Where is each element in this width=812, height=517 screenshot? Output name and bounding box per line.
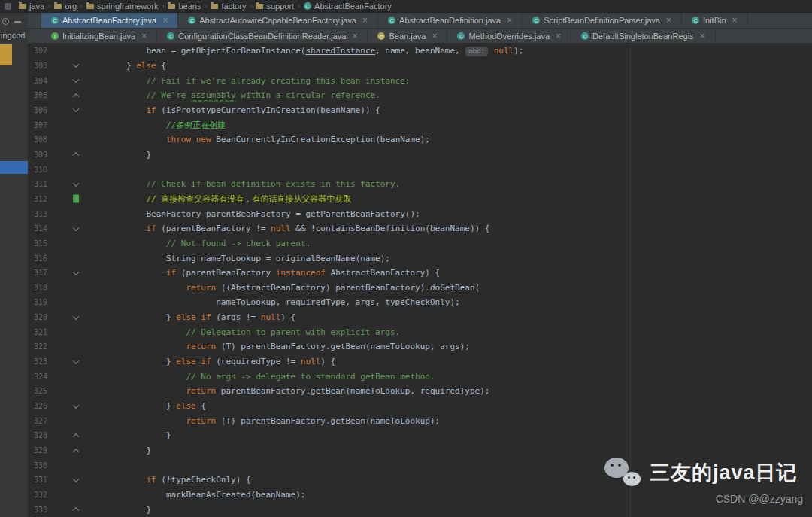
editor-tab[interactable]: IInitializingBean.java×: [41, 29, 157, 43]
close-icon[interactable]: ×: [362, 16, 368, 25]
code-line[interactable]: 326 } else {: [28, 399, 812, 414]
code-line[interactable]: 302 bean = getObjectForBeanInstance(shar…: [28, 44, 812, 59]
gutter: [47, 59, 86, 74]
code-line[interactable]: 310: [28, 162, 812, 177]
code-line[interactable]: 320 } else if (args != null) {: [28, 310, 812, 325]
code-line[interactable]: 314 if (parentBeanFactory != null && !co…: [28, 221, 812, 236]
code-line[interactable]: 307 //多例正在创建: [28, 117, 812, 132]
code-line[interactable]: 324 // No args -> delegate to standard g…: [28, 369, 812, 384]
breadcrumb-separator: ›: [162, 2, 164, 10]
editor-tab[interactable]: CScriptBeanDefinitionParser.java×: [523, 13, 682, 28]
fold-down-icon[interactable]: [73, 77, 79, 83]
code-line[interactable]: 303 } else {: [28, 59, 812, 74]
fold-down-icon[interactable]: [73, 62, 79, 68]
right-margin-guide: [630, 44, 631, 517]
breadcrumb-item[interactable]: java: [17, 2, 46, 11]
code-line[interactable]: 319 nameToLookup, requiredType, args, ty…: [28, 295, 812, 310]
close-icon[interactable]: ×: [732, 16, 738, 25]
code-line[interactable]: 322 return (T) parentBeanFactory.getBean…: [28, 339, 812, 354]
code-line[interactable]: 315 // Not found -> check parent.: [28, 236, 812, 251]
fold-down-icon[interactable]: [73, 402, 79, 408]
fold-down-icon[interactable]: [73, 313, 79, 319]
code-line[interactable]: 306 if (isPrototypeCurrentlyInCreation(b…: [28, 103, 812, 118]
code-text: bean = getObjectForBeanInstance(sharedIn…: [86, 46, 523, 56]
code-line[interactable]: 311 // Check if bean definition exists i…: [28, 177, 812, 192]
editor-tab[interactable]: CInitBin×: [682, 13, 748, 28]
code-line[interactable]: 317 if (parentBeanFactory instanceof Abs…: [28, 266, 812, 281]
line-number: 308: [28, 135, 47, 144]
code-line[interactable]: 328 }: [28, 428, 812, 443]
close-icon[interactable]: ×: [352, 32, 357, 41]
breadcrumb-separator: ›: [80, 2, 83, 10]
editor-tab[interactable]: CAbstractBeanDefinition.java×: [378, 13, 523, 28]
fold-up-icon[interactable]: [73, 152, 79, 158]
breadcrumb-item[interactable]: factory: [209, 2, 247, 11]
file-type-icon: C: [532, 17, 540, 24]
breadcrumb-item[interactable]: CAbstractBeanFactory: [302, 2, 393, 11]
gear-icon[interactable]: [2, 18, 9, 25]
breadcrumb-item[interactable]: beans: [166, 2, 202, 11]
fold-up-icon[interactable]: [73, 449, 79, 455]
gutter: [47, 413, 86, 428]
breadcrumb-separator: ›: [205, 2, 207, 10]
editor-tab[interactable]: CMethodOverrides.java×: [447, 29, 571, 43]
code-line[interactable]: 316 String nameToLookup = originalBeanNa…: [28, 251, 812, 266]
fold-down-icon[interactable]: [73, 106, 79, 112]
code-text: nameToLookup, requiredType, args, typeCh…: [86, 297, 460, 307]
code-area[interactable]: 302 bean = getObjectForBeanInstance(shar…: [28, 44, 812, 517]
fold-down-icon[interactable]: [73, 269, 79, 275]
file-type-icon: C: [581, 32, 589, 40]
breadcrumb-label: AbstractBeanFactory: [314, 2, 392, 11]
fold-up-icon[interactable]: [73, 507, 79, 513]
close-icon[interactable]: ×: [162, 16, 168, 25]
tab-label: ScriptBeanDefinitionParser.java: [544, 16, 660, 25]
fold-up-icon[interactable]: [73, 433, 79, 439]
code-line[interactable]: 318 return ((AbstractBeanFactory) parent…: [28, 281, 812, 296]
code-line[interactable]: 309 }: [28, 147, 812, 163]
project-tree-item[interactable]: ingcod: [0, 31, 28, 40]
code-line[interactable]: 327 return (T) parentBeanFactory.getBean…: [28, 413, 812, 428]
close-icon[interactable]: ×: [507, 16, 512, 25]
project-selected-item[interactable]: [0, 161, 28, 174]
code-text: return parentBeanFactory.getBean(nameToL…: [86, 386, 489, 396]
code-line[interactable]: 321 // Delegation to parent with explici…: [28, 324, 812, 339]
breadcrumb-item[interactable]: springframework: [85, 2, 159, 11]
window-icon: [5, 3, 11, 10]
fold-down-icon[interactable]: [73, 224, 79, 230]
close-icon[interactable]: ×: [700, 32, 705, 41]
gutter: [47, 117, 86, 132]
gutter: [47, 162, 86, 177]
editor-tab[interactable]: @Bean.java×: [368, 29, 447, 43]
breadcrumb-item[interactable]: support: [254, 2, 295, 11]
fold-up-icon[interactable]: [73, 93, 79, 99]
editor-tab[interactable]: CDefaultSingletonBeanRegis×: [571, 29, 716, 43]
code-line[interactable]: 312 // 直接检查父容器有没有，有的话直接从父容器中获取: [28, 192, 812, 207]
code-line[interactable]: 304 // Fail if we're already creating th…: [28, 73, 812, 88]
fold-down-icon[interactable]: [73, 476, 79, 482]
line-number: 319: [28, 298, 47, 306]
editor-tab[interactable]: CConfigurationClassBeanDefinitionReader.…: [157, 29, 368, 43]
code-text: throw new BeanCurrentlyInCreationExcepti…: [86, 135, 430, 144]
bookmark-icon[interactable]: [73, 195, 79, 203]
watermark-subtitle: CSDN @@zzyang: [604, 493, 806, 505]
code-line[interactable]: 325 return parentBeanFactory.getBean(nam…: [28, 384, 812, 399]
code-line[interactable]: 305 // We're assumably within a circular…: [28, 88, 812, 103]
editor-tab[interactable]: CAbstractAutowireCapableBeanFactory.java…: [178, 13, 378, 28]
editor-tab[interactable]: CAbstractBeanFactory.java×: [41, 13, 178, 28]
code-line[interactable]: 323 } else if (requiredType != null) {: [28, 354, 812, 370]
close-icon[interactable]: ×: [666, 16, 671, 25]
close-icon[interactable]: ×: [141, 32, 147, 41]
close-icon[interactable]: ×: [556, 32, 561, 41]
fold-down-icon[interactable]: [73, 357, 79, 363]
fold-down-icon[interactable]: [73, 180, 79, 186]
gutter: [47, 266, 86, 281]
code-line[interactable]: 308 throw new BeanCurrentlyInCreationExc…: [28, 132, 812, 147]
line-number: 318: [28, 284, 47, 292]
line-number: 321: [28, 328, 47, 336]
breadcrumb-label: springframework: [97, 2, 158, 11]
breadcrumb-item[interactable]: org: [53, 2, 78, 11]
code-line[interactable]: 313 BeanFactory parentBeanFactory = getP…: [28, 206, 812, 221]
hide-panel-icon[interactable]: [14, 21, 21, 23]
line-number: 304: [28, 77, 47, 85]
close-icon[interactable]: ×: [432, 32, 437, 41]
